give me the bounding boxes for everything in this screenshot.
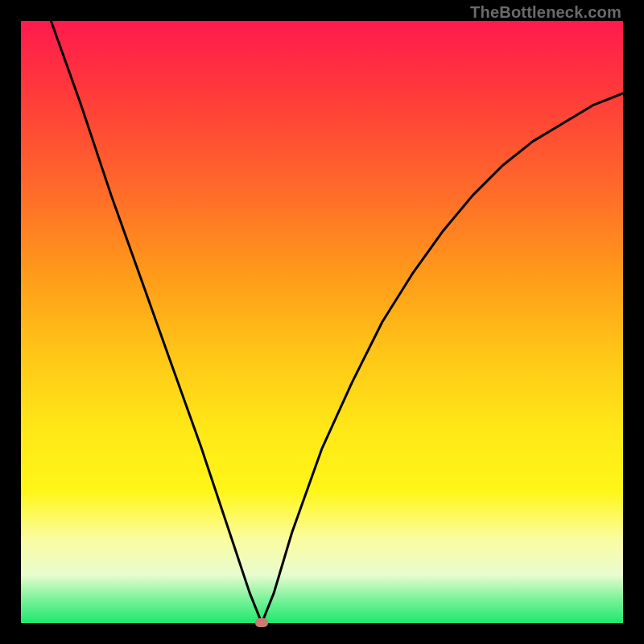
ratio-curve-path: [21, 0, 623, 623]
optimum-marker: [255, 618, 268, 627]
plot-area: [21, 21, 623, 623]
chart-frame: TheBottleneck.com: [0, 0, 644, 644]
ratio-curve: [21, 21, 623, 623]
watermark-text: TheBottleneck.com: [470, 3, 621, 22]
